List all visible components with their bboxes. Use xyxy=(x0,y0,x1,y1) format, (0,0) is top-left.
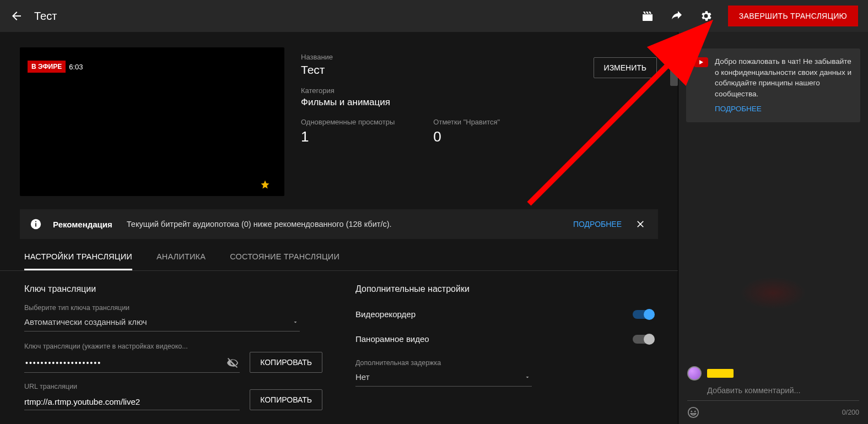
notice-more-link[interactable]: ПОДРОБНЕЕ xyxy=(573,220,622,229)
viewers-value: 1 xyxy=(301,128,395,145)
chevron-down-icon xyxy=(292,319,299,325)
tab-stream-health[interactable]: СОСТОЯНИЕ ТРАНСЛЯЦИИ xyxy=(230,252,339,270)
live-elapsed: 6:03 xyxy=(69,63,83,71)
info-icon xyxy=(30,218,42,230)
svg-point-5 xyxy=(694,411,696,412)
char-count: 0/200 xyxy=(842,409,859,416)
tab-stream-settings[interactable]: НАСТРОЙКИ ТРАНСЛЯЦИИ xyxy=(24,252,132,270)
chat-more-link[interactable]: ПОДРОБНЕЕ xyxy=(715,104,853,115)
header-actions: ЗАВЕРШИТЬ ТРАНСЛЯЦИЮ xyxy=(641,6,858,26)
tabs: НАСТРОЙКИ ТРАНСЛЯЦИИ АНАЛИТИКА СОСТОЯНИЕ… xyxy=(0,239,678,271)
delay-value: Нет xyxy=(355,372,370,382)
viewers-label: Одновременные просмотры xyxy=(301,118,395,126)
key-type-value: Автоматически созданный ключ xyxy=(24,317,147,327)
svg-rect-1 xyxy=(35,223,36,226)
visibility-off-icon[interactable] xyxy=(227,357,239,369)
pano-toggle[interactable] xyxy=(633,335,654,344)
meta-category-label: Категория xyxy=(301,86,662,95)
avatar[interactable] xyxy=(687,366,702,380)
stream-meta: ИЗМЕНИТЬ Название Тест Категория Фильмы … xyxy=(301,47,662,196)
svg-rect-2 xyxy=(35,221,36,222)
stream-key-column: Ключ трансляции Выберите тип ключа транс… xyxy=(24,284,322,420)
copy-url-button[interactable]: КОПИРОВАТЬ xyxy=(250,389,322,410)
stream-url-label: URL трансляции xyxy=(24,383,240,390)
chat-body[interactable] xyxy=(678,122,868,361)
edit-button[interactable]: ИЗМЕНИТЬ xyxy=(594,57,657,78)
stream-key-title: Ключ трансляции xyxy=(24,284,322,294)
extra-settings-title: Дополнительные настройки xyxy=(355,284,654,294)
stream-key-label: Ключ трансляции (укажите в настройках ви… xyxy=(24,343,240,350)
emoji-icon[interactable] xyxy=(687,406,699,418)
top-bar: Тест ЗАВЕРШИТЬ ТРАНСЛЯЦИЮ xyxy=(0,0,868,32)
youtube-icon xyxy=(694,57,708,67)
key-type-label: Выберите тип ключа трансляции xyxy=(24,304,322,312)
live-tag: В ЭФИРЕ xyxy=(28,61,66,73)
delay-select[interactable]: Нет xyxy=(355,370,532,387)
stream-preview[interactable]: В ЭФИРЕ 6:03 xyxy=(20,47,284,196)
notice-title: Рекомендация xyxy=(53,220,112,229)
chat-panel: Добро пожаловать в чат! Не забывайте о к… xyxy=(678,32,868,424)
close-icon[interactable] xyxy=(633,219,648,230)
key-type-select[interactable]: Автоматически созданный ключ xyxy=(24,315,300,331)
dvr-toggle[interactable] xyxy=(633,310,654,319)
notice-text: Текущий битрейт аудиопотока (0) ниже рек… xyxy=(127,220,562,229)
glow-effect xyxy=(740,276,806,309)
chat-input[interactable]: Добавить комментарий... xyxy=(687,384,859,401)
chevron-down-icon xyxy=(524,374,531,380)
delay-label: Дополнительная задержка xyxy=(355,359,654,367)
main-panel: В ЭФИРЕ 6:03 ИЗМЕНИТЬ Название Тест Кате… xyxy=(0,32,678,424)
gear-icon[interactable] xyxy=(699,9,713,23)
chat-welcome: Добро пожаловать в чат! Не забывайте о к… xyxy=(686,48,860,122)
recommendation-notice: Рекомендация Текущий битрейт аудиопотока… xyxy=(20,209,658,239)
chat-welcome-text: Добро пожаловать в чат! Не забывайте о к… xyxy=(715,57,851,98)
meta-category-value: Фильмы и анимация xyxy=(301,97,662,108)
scrollbar[interactable] xyxy=(670,64,678,86)
username-chip xyxy=(707,369,734,378)
stream-key-masked: •••••••••••••••••••• xyxy=(25,358,101,367)
likes-value: 0 xyxy=(433,128,500,145)
pano-label: Панорамное видео xyxy=(355,334,429,344)
back-arrow-icon[interactable] xyxy=(10,9,23,23)
copy-key-button[interactable]: КОПИРОВАТЬ xyxy=(250,352,322,373)
end-stream-button[interactable]: ЗАВЕРШИТЬ ТРАНСЛЯЦИЮ xyxy=(728,6,858,26)
likes-label: Отметки "Нравится" xyxy=(433,118,500,126)
tab-analytics[interactable]: АНАЛИТИКА xyxy=(157,252,206,270)
share-icon[interactable] xyxy=(670,9,684,23)
svg-point-3 xyxy=(688,407,698,417)
star-icon xyxy=(260,180,270,189)
page-title: Тест xyxy=(34,10,630,23)
stream-key-input[interactable]: •••••••••••••••••••• xyxy=(24,354,240,373)
svg-point-4 xyxy=(691,411,692,412)
dvr-label: Видеорекордер xyxy=(355,309,416,319)
clapperboard-icon[interactable] xyxy=(641,9,654,23)
live-badge: В ЭФИРЕ 6:03 xyxy=(28,61,83,73)
stream-url-value[interactable]: rtmp://a.rtmp.youtube.com/live2 xyxy=(24,394,240,410)
extra-settings-column: Дополнительные настройки Видеорекордер П… xyxy=(355,284,654,420)
